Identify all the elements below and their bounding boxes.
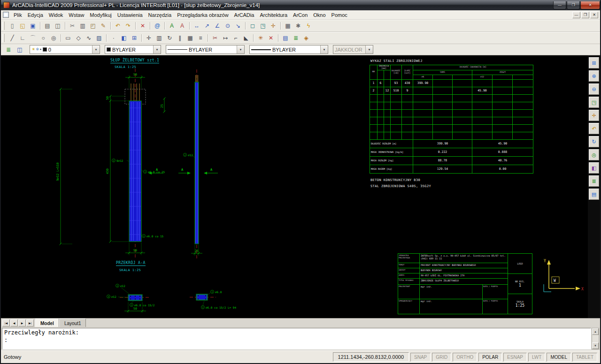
mirror-icon[interactable]: ∥ <box>175 33 185 43</box>
menu-modyfikuj[interactable]: Modyfikuj <box>87 11 114 19</box>
polygon-icon[interactable]: ◇ <box>73 33 84 43</box>
erase-icon[interactable]: ✕ <box>266 33 276 43</box>
menu-przegladarka-obrazow[interactable]: Przeglądarka obrazów <box>174 11 231 19</box>
tab-nav-next[interactable]: ▶ <box>18 319 26 326</box>
text-style-icon[interactable]: A <box>177 21 187 30</box>
circle-icon[interactable]: ○ <box>38 33 48 43</box>
lightning-icon[interactable]: ϟ <box>303 21 314 30</box>
mdi-restore-button[interactable]: ❐ <box>581 12 589 18</box>
menu-arcon[interactable]: ArCon <box>290 11 310 19</box>
extend-icon[interactable]: ↦ <box>220 33 231 43</box>
chevron-down-icon[interactable]: ▼ <box>92 46 100 53</box>
command-input-line[interactable]: : <box>4 336 589 344</box>
insert-block-icon[interactable]: ⊞ <box>129 33 139 43</box>
menu-ustawienia[interactable]: Ustawienia <box>115 11 146 19</box>
tab-model[interactable]: Model <box>35 318 59 327</box>
tab-layout1[interactable]: Layout1 <box>59 318 86 327</box>
menu-architektura[interactable]: Architektura <box>257 11 290 19</box>
scroll-down-icon[interactable]: ▼ <box>592 342 599 349</box>
new-icon[interactable]: ▯ <box>7 21 17 30</box>
linetype-combo[interactable]: BYLAYER ▼ <box>166 45 245 54</box>
dim-radius-icon[interactable]: ⊙ <box>223 21 233 30</box>
chevron-down-icon[interactable]: ▼ <box>237 46 244 53</box>
open-icon[interactable]: ◱ <box>17 21 28 30</box>
dim-angular-icon[interactable]: ∠ <box>212 21 223 30</box>
layer-manager-icon[interactable]: ◫ <box>15 45 25 54</box>
array-icon[interactable]: ▦ <box>185 33 195 43</box>
ellipse-icon[interactable]: ◎ <box>48 33 59 43</box>
toggle-ortho[interactable]: ORTHO <box>453 353 477 362</box>
tab-nav-last[interactable]: ▶| <box>26 319 34 326</box>
rectangle-icon[interactable]: ▭ <box>63 33 73 43</box>
paste-icon[interactable]: ◰ <box>88 21 98 30</box>
toggle-polar[interactable]: POLAR <box>478 353 502 362</box>
tab-nav-first[interactable]: |◀ <box>2 319 10 326</box>
toggle-snap[interactable]: SNAP <box>410 353 431 362</box>
command-scrollbar[interactable]: ▲ ▼ <box>592 328 599 349</box>
previous-view-icon[interactable]: ↶ <box>589 123 599 134</box>
menu-plik[interactable]: Plik <box>11 11 25 19</box>
options-icon[interactable]: ✱ <box>293 21 303 30</box>
zoom-in-icon[interactable]: ⊕ <box>589 70 599 82</box>
zoom-extents-icon[interactable]: ◳ <box>589 97 599 108</box>
drawing-canvas[interactable]: 50 50 50 430 <box>1 55 588 318</box>
menu-okno[interactable]: Okno <box>310 11 328 19</box>
menu-edycja[interactable]: Edycja <box>25 11 46 19</box>
toggle-grid[interactable]: GRID <box>432 353 451 362</box>
minimize-button[interactable]: — <box>553 1 566 9</box>
layer-explorer-icon[interactable]: ≣ <box>3 45 14 54</box>
redo-icon[interactable]: ↷ <box>123 21 133 30</box>
point-icon[interactable]: ∙ <box>108 33 119 43</box>
toggle-lwt[interactable]: LWT <box>528 353 545 362</box>
menu-widok[interactable]: Widok <box>46 11 66 19</box>
pan-icon[interactable]: ✛ <box>589 110 599 121</box>
toggle-model[interactable]: MODEL <box>547 353 571 362</box>
menu-pomoc[interactable]: Pomoc <box>329 11 350 19</box>
dim-leader-icon[interactable]: ↘ <box>233 21 243 30</box>
layers-icon[interactable]: ≣ <box>291 33 301 43</box>
coordinates-display[interactable]: 1211.1434,-260.8132,0.0000 <box>333 352 409 362</box>
zoom-window-icon[interactable]: ⊞ <box>589 57 599 68</box>
toggle-esnap[interactable]: ESNAP <box>503 353 527 362</box>
mdi-minimize-button[interactable]: — <box>572 12 580 18</box>
orbit-icon[interactable]: ◎ <box>589 149 599 160</box>
dim-linear-icon[interactable]: ↔ <box>192 21 202 30</box>
close-button[interactable]: ✕ <box>580 1 600 9</box>
layer-combo[interactable]: ☀❄▪ 0 ▼ <box>30 45 100 54</box>
menu-arcadia[interactable]: ArCADia <box>231 11 257 19</box>
cut-icon[interactable]: ✂ <box>67 21 77 30</box>
maximize-button[interactable]: ❐ <box>567 1 580 9</box>
chevron-down-icon[interactable]: ▼ <box>153 46 161 53</box>
menu-narzedzia[interactable]: Narzędzia <box>146 11 175 19</box>
properties-palette-icon[interactable]: ▤ <box>589 189 599 200</box>
explode-icon[interactable]: ✳ <box>255 33 266 43</box>
dim-aligned-icon[interactable]: ↗ <box>202 21 212 30</box>
move-icon[interactable]: ✛ <box>144 33 154 43</box>
rotate-icon[interactable]: ↻ <box>164 33 175 43</box>
arc-icon[interactable]: ⌒ <box>28 33 38 43</box>
hatch-icon[interactable]: ▨ <box>94 33 104 43</box>
pan-icon[interactable]: ✛ <box>268 21 278 30</box>
title-bar[interactable]: ArCADia-IntelliCAD 2009 Professional+ PL… <box>1 0 600 10</box>
esnap-settings-icon[interactable]: ◈ <box>301 33 311 43</box>
scroll-up-icon[interactable]: ▲ <box>592 328 599 335</box>
offset-icon[interactable]: ≡ <box>195 33 206 43</box>
render-icon[interactable]: ◧ <box>589 162 599 174</box>
undo-icon[interactable]: ↶ <box>113 21 123 30</box>
zoom-extents-icon[interactable]: ◳ <box>258 21 268 30</box>
spline-icon[interactable]: ∿ <box>84 33 94 43</box>
document-icon[interactable] <box>3 12 9 18</box>
redraw-icon[interactable]: ↻ <box>589 136 599 147</box>
erase-icon[interactable]: ✕ <box>138 21 148 30</box>
fillet-icon[interactable]: ⌐ <box>231 33 241 43</box>
print-icon[interactable]: ▤ <box>42 21 53 30</box>
copy-icon[interactable]: ▥ <box>77 21 88 30</box>
layers-icon[interactable]: ≣ <box>589 175 599 187</box>
zoom-out-icon[interactable]: ⊖ <box>589 83 599 95</box>
menu-wstaw[interactable]: Wstaw <box>66 11 87 19</box>
chevron-down-icon[interactable]: ▼ <box>320 46 328 53</box>
copy-object-icon[interactable]: ▥ <box>154 33 164 43</box>
explorer-icon[interactable]: ▦ <box>283 21 293 30</box>
properties-icon[interactable]: ▤ <box>280 33 291 43</box>
trim-icon[interactable]: ✂ <box>210 33 220 43</box>
